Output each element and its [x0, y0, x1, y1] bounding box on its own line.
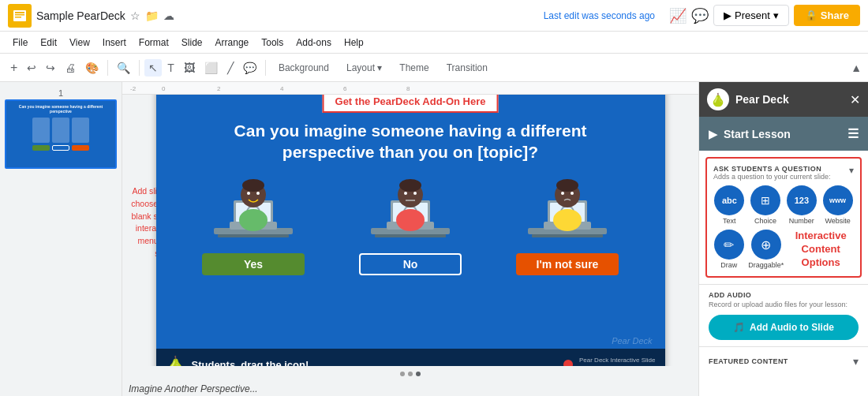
present-button[interactable]: ▶ Present ▾ — [713, 5, 789, 26]
interactive-options[interactable]: Interactive Content Options — [788, 230, 854, 270]
toolbar-btn-undo[interactable]: ↩ — [23, 59, 40, 77]
svg-text:4: 4 — [280, 85, 284, 92]
icon-draggable[interactable]: ⊕ — [751, 230, 781, 260]
slide-main[interactable]: Get the PearDeck Add-On Here Can you ima… — [156, 95, 665, 366]
ask-students-section: ASK STUDENTS A QUESTION Adds a question … — [705, 157, 862, 278]
toolbar-btn-cursor[interactable]: ↖ — [144, 59, 162, 77]
icon-text[interactable]: abc — [714, 185, 744, 215]
menu-item-arrange[interactable]: Arrange — [209, 34, 256, 51]
svg-rect-25 — [375, 234, 446, 237]
menu-item-tools[interactable]: Tools — [255, 34, 290, 51]
featured-section: FEATURED CONTENT ▾ — [699, 346, 868, 375]
lock-icon: 🔒 — [805, 9, 817, 21]
separator-1 — [107, 60, 108, 76]
toolbar-btn-shape[interactable]: ⬜ — [200, 59, 222, 77]
nav-dot-2 — [408, 372, 413, 376]
figure-notsure: I'm not sure — [516, 173, 619, 275]
svg-point-30 — [396, 209, 425, 231]
toolbar-btn-print[interactable]: 🖨 — [61, 59, 80, 77]
below-slide-label: Imagine Another Perspective... — [122, 382, 698, 396]
interactive-options-label: Interactive Content Options — [788, 230, 854, 270]
slide-thumbnail-1[interactable]: Can you imagine someone having a differe… — [5, 99, 117, 169]
pear-logo-small: 🍐 — [166, 355, 185, 366]
svg-point-33 — [404, 192, 407, 195]
menu-item-file[interactable]: File — [6, 34, 34, 51]
featured-chevron-icon[interactable]: ▾ — [853, 355, 859, 368]
svg-point-46 — [571, 192, 574, 195]
peardeck-title: Pear Deck — [735, 93, 844, 106]
folder-icon[interactable]: 📁 — [145, 9, 159, 22]
icon-choice-wrap[interactable]: ⊞ Choice — [750, 185, 782, 225]
tab-layout[interactable]: Layout ▾ — [339, 59, 390, 77]
slide-credit: Pear Deck Interactive Slide Do not remov… — [579, 356, 656, 366]
chevron-down-icon[interactable]: ▾ — [773, 9, 779, 21]
menu-item-view[interactable]: View — [63, 34, 96, 51]
start-lesson-button[interactable]: ▶ Start Lesson ☰ — [699, 117, 868, 151]
icon-website-label: Website — [825, 217, 850, 225]
icon-number[interactable]: 123 — [787, 185, 817, 215]
ask-chevron-icon[interactable]: ▾ — [849, 165, 854, 176]
svg-point-23 — [256, 192, 260, 195]
toolbar-btn-comment[interactable]: 💬 — [239, 59, 260, 77]
toolbar-btn-add[interactable]: + — [6, 58, 21, 77]
slide-figures: Yes — [156, 163, 665, 275]
svg-text:8: 8 — [406, 85, 410, 92]
svg-point-32 — [399, 179, 421, 192]
icon-text-label: Text — [723, 217, 736, 225]
menu-item-add-ons[interactable]: Add-ons — [290, 34, 338, 51]
tab-theme[interactable]: Theme — [391, 59, 436, 77]
toolbar-btn-zoom[interactable]: 🔍 — [113, 59, 134, 77]
hamburger-icon[interactable]: ☰ — [847, 126, 859, 141]
collapse-button[interactable]: ▲ — [851, 62, 862, 74]
toolbar-btn-paint[interactable]: 🎨 — [81, 59, 103, 77]
menu-item-slide[interactable]: Slide — [175, 34, 209, 51]
main-content: 1 Can you imagine someone having a diffe… — [0, 82, 868, 396]
last-edit-link[interactable]: Last edit was seconds ago — [544, 10, 655, 21]
toolbar-btn-text[interactable]: T — [163, 59, 178, 77]
toolbar-btn-image[interactable]: 🖼 — [180, 59, 199, 77]
menu-item-insert[interactable]: Insert — [96, 34, 133, 51]
cloud-icon[interactable]: ☁ — [163, 9, 174, 22]
app-icon — [8, 4, 32, 28]
audio-section-title: ADD AUDIO — [709, 291, 859, 299]
icon-number-wrap[interactable]: 123 Number — [786, 185, 818, 225]
callout-box[interactable]: Get the PearDeck Add-On Here — [323, 95, 499, 113]
toolbar-btn-line[interactable]: ╱ — [223, 59, 238, 77]
icon-text-wrap[interactable]: abc Text — [713, 185, 746, 225]
share-button[interactable]: 🔒 Share — [794, 5, 860, 26]
svg-text:-2: -2 — [130, 85, 137, 92]
toolbar-btn-redo[interactable]: ↪ — [42, 59, 59, 77]
menu-bar: FileEditViewInsertFormatSlideArrangeTool… — [0, 32, 868, 54]
watermark: Pear Deck — [612, 336, 652, 346]
separator-2 — [139, 60, 140, 76]
comment-icon[interactable]: 💬 — [691, 7, 709, 24]
icon-website[interactable]: www — [823, 185, 853, 215]
file-title[interactable]: Sample PearDeck — [36, 9, 125, 22]
icon-draw[interactable]: ✏ — [714, 230, 744, 260]
icon-number-label: Number — [789, 217, 814, 225]
svg-rect-2 — [15, 12, 24, 13]
icon-website-wrap[interactable]: www Website — [821, 185, 854, 225]
tab-transition[interactable]: Transition — [439, 59, 496, 77]
icon-choice[interactable]: ⊞ — [750, 185, 780, 215]
answer-no: No — [359, 253, 462, 275]
svg-point-34 — [413, 192, 417, 195]
icon-draw-wrap[interactable]: ✏ Draw — [713, 230, 744, 269]
question-icons-row2: ✏ Draw ⊕ Draggable* Interactive Content … — [713, 230, 854, 270]
slide-bottom-bar: 🍐 Students, drag the icon! Pear Deck Int… — [156, 349, 665, 366]
menu-item-edit[interactable]: Edit — [34, 34, 63, 51]
svg-rect-37 — [532, 234, 603, 237]
icon-draw-label: Draw — [720, 261, 737, 269]
star-icon[interactable]: ☆ — [130, 9, 140, 22]
slide-nav-dots — [122, 366, 698, 382]
tab-background[interactable]: Background — [271, 59, 337, 77]
icon-draggable-wrap[interactable]: ⊕ Draggable* — [748, 230, 784, 269]
chart-icon[interactable]: 📈 — [669, 7, 687, 24]
menu-item-help[interactable]: Help — [338, 34, 370, 51]
audio-section-sub: Record or upload audio files for your le… — [709, 301, 859, 308]
menu-item-format[interactable]: Format — [133, 34, 175, 51]
add-audio-button[interactable]: 🎵 Add Audio to Slide — [709, 315, 859, 340]
icon-choice-label: Choice — [754, 217, 776, 225]
svg-point-22 — [247, 192, 250, 195]
close-icon[interactable]: ✕ — [850, 92, 860, 107]
